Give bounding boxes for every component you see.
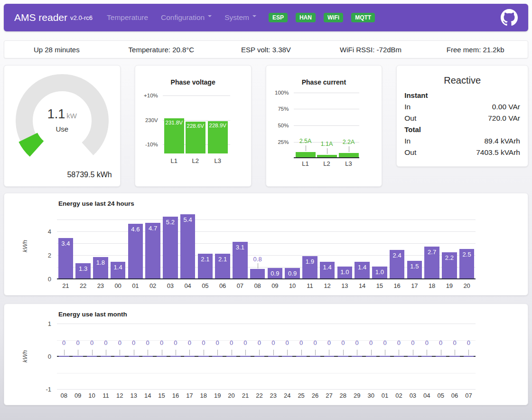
reactive-total-out-label: Out [404, 147, 416, 158]
x-tick-label: 14 [140, 392, 154, 399]
x-tick-label: 12 [318, 282, 336, 289]
energy-24h-card: Energy use last 24 hours kWh 024 3.41.31… [4, 193, 528, 296]
zero-bar [59, 356, 69, 357]
x-tick-label: L2 [317, 160, 337, 167]
phase-current-chart: 100%75%50%25%2.5AL11.1AL22.2AL3 [294, 93, 359, 170]
bar-slot: 2.5 [458, 213, 476, 279]
bar-value-label: 0 [238, 339, 252, 346]
x-tick-label: 11 [99, 392, 112, 399]
label-connector [259, 350, 260, 355]
label-connector [349, 146, 349, 152]
energy-month-x-axis: 0809101112131415161718192021222324252627… [57, 392, 476, 399]
reactive-instant-in-value: 0.00 VAr [492, 101, 520, 113]
current-bar [296, 152, 316, 157]
gridline [163, 95, 230, 96]
bar-value-label: 0 [434, 339, 448, 346]
bar-value-label: 0 [224, 339, 238, 346]
bar-slot: 2.4 [388, 213, 406, 279]
bar-value-label: 1.4 [109, 264, 127, 271]
bar-value-label: 2.2A [335, 139, 363, 145]
zero-bar [436, 356, 446, 357]
energy-bar [250, 269, 265, 278]
y-tick-label: 75% [266, 106, 289, 112]
bar-slot: 0 [420, 324, 434, 389]
energy-month-title: Energy use last month [58, 311, 520, 318]
zero-bar [366, 356, 376, 357]
nav-temperature-label: Temperature [107, 13, 148, 21]
x-tick-label: 07 [462, 392, 476, 399]
bar-slot: 1.0 [336, 213, 354, 279]
bar-value-label: 0 [252, 339, 266, 346]
label-connector [134, 350, 134, 355]
gridline [294, 109, 359, 109]
nav-configuration-label: Configuration [161, 13, 205, 21]
x-tick-label: 25 [294, 392, 308, 399]
x-tick-label: 20 [458, 282, 476, 289]
label-connector [371, 350, 372, 355]
reactive-instant-header: Instant [404, 90, 520, 101]
label-connector [120, 350, 120, 355]
nav-system[interactable]: System [224, 13, 256, 22]
bar-slot: 0 [168, 324, 182, 389]
esp-volt-text: ESP volt: 3.38V [214, 46, 318, 54]
bar-value-label: 0 [210, 339, 224, 346]
x-tick-label: 02 [144, 282, 162, 289]
x-tick-label: L3 [339, 160, 359, 167]
bar-slot: 0 [57, 324, 71, 389]
zero-bar [310, 356, 320, 357]
y-tick-label: 4 [48, 228, 51, 235]
bar-value-label: 2.2 [441, 254, 458, 261]
bar-slot: 1.4 [318, 213, 336, 279]
zero-bar [157, 356, 167, 357]
status-badges: ESP HAN WiFi MQTT [269, 13, 375, 22]
bar-value-label: 2.1 [214, 256, 232, 263]
phase-current-title: Phase current [266, 78, 382, 86]
zero-bar [254, 356, 265, 357]
bar-value-label: 1.4 [318, 264, 336, 271]
bar-slot: 0.8 [249, 213, 266, 279]
mqtt-status-badge: MQTT [351, 13, 375, 22]
bar-slot: 1.3 [75, 213, 92, 279]
zero-bar [394, 356, 404, 357]
energy-24h-plot: 3.41.31.81.44.64.75.25.42.12.13.10.80.90… [57, 213, 476, 279]
zero-bar [114, 356, 125, 357]
power-gauge-card: 1.1kW Use 58739.5 kWh [4, 65, 121, 187]
label-connector [427, 350, 427, 355]
zero-bar [170, 356, 181, 357]
x-tick-label: 08 [249, 282, 266, 289]
nav-temperature[interactable]: Temperature [107, 13, 148, 22]
bar-value-label: 0 [155, 339, 168, 346]
reactive-row: Out 720.0 VAr [404, 113, 520, 124]
bar-slot: 0 [294, 324, 308, 389]
y-tick-label: 1 [48, 320, 51, 327]
label-connector [343, 350, 344, 355]
phase-voltage-chart: +10%230V-10%231.8VL1228.6VL2228.9VL3 [163, 95, 230, 167]
bar-value-label: 231.8V [164, 118, 184, 125]
label-connector [441, 350, 441, 355]
bar-value-label: 1.5 [406, 263, 423, 270]
github-link[interactable] [501, 9, 518, 26]
label-connector [301, 350, 302, 355]
x-tick-label: 18 [423, 282, 441, 289]
bar-value-label: 0 [420, 339, 434, 346]
bar-value-label: 1.4 [354, 264, 371, 271]
bar-value-label: 0 [280, 339, 294, 346]
y-tick-label: -10% [135, 142, 158, 147]
reactive-title: Reactive [404, 75, 520, 86]
energy-bar [163, 217, 178, 278]
bar-slot: 0 [183, 324, 196, 389]
phase-voltage-card: Phase voltage +10%230V-10%231.8VL1228.6V… [135, 65, 252, 187]
reactive-row: Out 7403.5 kVArh [404, 147, 520, 158]
bar-value-label: 0 [57, 339, 71, 346]
bar-slot: 4.7 [144, 213, 162, 279]
bar-value-label: 0 [99, 339, 112, 346]
label-connector [357, 350, 357, 355]
zero-bar [73, 356, 83, 357]
energy-24h-y-axis: kWh 024 [12, 213, 57, 279]
power-gauge: 1.1kW Use [12, 71, 112, 172]
nav-configuration[interactable]: Configuration [161, 13, 212, 22]
free-mem-text: Free mem: 21.2kb [423, 46, 528, 54]
y-tick-label: 0 [48, 353, 51, 360]
label-connector [385, 350, 385, 355]
bar-value-label: 0 [448, 339, 461, 346]
